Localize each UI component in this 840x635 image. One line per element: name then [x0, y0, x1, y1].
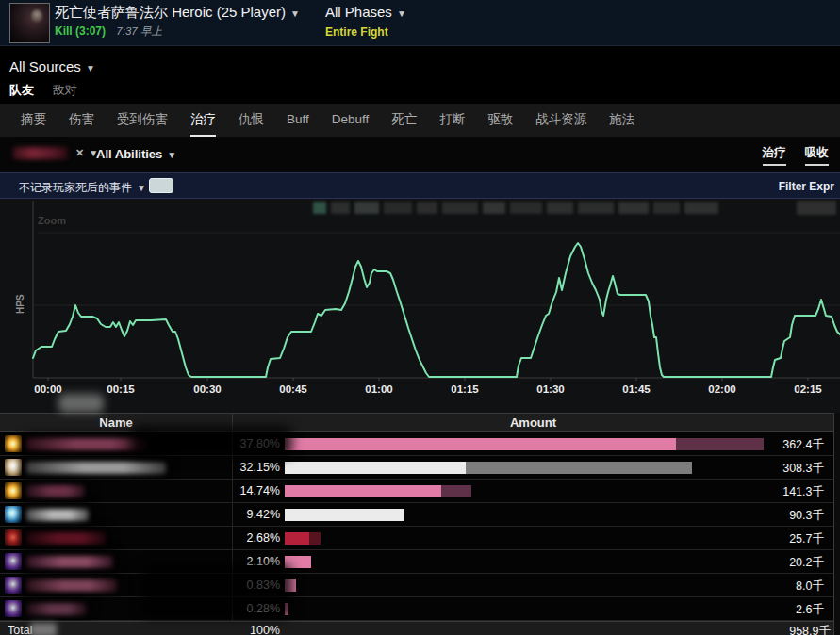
bar-effective-segment	[285, 462, 466, 474]
tab-受到伤害[interactable]: 受到伤害	[117, 104, 168, 137]
total-amount: 958.9千	[789, 624, 831, 635]
selected-player-chip[interactable]: ✕ ▼	[13, 147, 98, 159]
chevron-down-icon: ▼	[397, 8, 406, 19]
x-tick-label: 00:30	[193, 383, 221, 395]
cell-amount: 37.80%362.4千	[233, 432, 833, 455]
phase-selector[interactable]: All Phases▼	[325, 4, 406, 20]
healing-percent: 32.15%	[233, 461, 280, 474]
x-tick-label: 02:15	[794, 383, 822, 395]
report-header: 死亡使者萨鲁法尔 Heroic (25 Player)▼ Kill (3:07)…	[0, 0, 840, 46]
healing-amount: 141.3千	[782, 484, 824, 500]
hps-line-chart[interactable]: Zoom HPS 00:0000:1500:3000:4501:0001:150…	[0, 199, 840, 413]
x-tick-label: 00:15	[107, 383, 135, 395]
cell-amount: 2.10%20.2千	[233, 550, 833, 573]
close-icon[interactable]: ✕	[75, 147, 84, 159]
fight-selector[interactable]: 死亡使者萨鲁法尔 Heroic (25 Player)▼	[55, 4, 300, 22]
cell-amount: 9.42%90.3千	[233, 503, 833, 526]
table-row[interactable]: 32.15%308.3千	[0, 456, 840, 480]
table-header-row: Name Amount	[0, 413, 840, 432]
tab-仇恨[interactable]: 仇恨	[239, 104, 264, 137]
legend-item-redacted[interactable]	[510, 202, 542, 214]
kill-status-line: Kill (3:07) 7:37 早上	[55, 24, 162, 39]
chevron-down-icon: ▼	[290, 8, 300, 19]
x-tick-label: 01:15	[451, 383, 479, 395]
table-row[interactable]: 0.83%8.0千	[0, 574, 840, 597]
phase-value: Entire Fight	[325, 25, 406, 39]
warcraft-logs-healing-page: 死亡使者萨鲁法尔 Heroic (25 Player)▼ Kill (3:07)…	[0, 0, 840, 635]
tab-施法[interactable]: 施法	[609, 104, 634, 137]
cell-amount: 0.83%8.0千	[233, 574, 833, 596]
legend-item-redacted[interactable]	[417, 202, 437, 214]
bar-effective-segment	[285, 532, 309, 545]
healing-amount: 308.3千	[782, 461, 824, 477]
fight-title: 死亡使者萨鲁法尔 Heroic (25 Player)	[55, 4, 286, 20]
legend-item-redacted[interactable]	[684, 202, 718, 214]
tab-死亡[interactable]: 死亡	[391, 104, 417, 137]
tab-摘要[interactable]: 摘要	[21, 104, 46, 137]
view-tab-治疗[interactable]: 治疗	[763, 145, 786, 166]
tab-enemies[interactable]: 敌对	[53, 83, 77, 97]
healing-amount: 90.3千	[789, 508, 824, 524]
zoom-label: Zoom	[38, 215, 66, 226]
x-tick-label: 01:45	[622, 383, 651, 395]
phase-block: All Phases▼ Entire Fight	[325, 4, 406, 39]
tab-治疗[interactable]: 治疗	[190, 104, 216, 137]
redacted-player-name	[13, 147, 68, 159]
tab-战斗资源[interactable]: 战斗资源	[535, 104, 586, 137]
sources-selector[interactable]: All Sources▼	[9, 58, 95, 74]
faction-tabs: 队友 敌对	[9, 82, 77, 99]
table-row[interactable]: 37.80%362.4千	[0, 432, 840, 456]
tab-friendlies[interactable]: 队友	[9, 83, 34, 97]
kill-timestamp: 7:37 早上	[116, 25, 162, 37]
table-row[interactable]: 14.74%141.3千	[0, 480, 840, 503]
legend-item-redacted[interactable]	[547, 202, 573, 214]
cell-player-name	[0, 527, 233, 549]
cell-amount: 14.74%141.3千	[233, 480, 833, 502]
redacted-player-name	[26, 603, 87, 615]
holy-burst-icon	[4, 481, 23, 500]
healing-bar	[285, 462, 692, 474]
legend-item-redacted[interactable]	[384, 202, 412, 214]
tab-Debuff[interactable]: Debuff	[332, 104, 370, 137]
option-toggle-button[interactable]	[149, 178, 173, 193]
legend-item-redacted[interactable]	[618, 202, 649, 214]
table-row[interactable]: 2.68%25.7千	[0, 527, 840, 550]
void-hammer-icon	[4, 552, 23, 571]
x-axis-ticks: 00:0000:1500:3000:4501:0001:1501:3001:45…	[34, 378, 822, 395]
healing-amount: 20.2千	[789, 555, 824, 571]
healing-amount: 362.4千	[782, 437, 824, 453]
healing-percent: 2.68%	[233, 531, 280, 545]
table-row[interactable]: 2.10%20.2千	[0, 550, 840, 574]
tab-伤害[interactable]: 伤害	[69, 104, 94, 137]
x-tick-label: 01:30	[536, 383, 564, 395]
table-row[interactable]: 0.28%2.6千	[0, 597, 840, 621]
metric-tab-bar: 摘要伤害受到伤害治疗仇恨BuffDebuff死亡打断驱散战斗资源施法	[0, 104, 840, 137]
y-axis-label: HPS	[15, 294, 25, 314]
cell-amount: 2.68%25.7千	[233, 527, 833, 549]
legend-item-redacted[interactable]	[354, 202, 379, 214]
legend-item-redacted[interactable]	[442, 202, 478, 214]
table-row[interactable]: 9.42%90.3千	[0, 503, 840, 527]
total-percent: 100%	[233, 624, 280, 635]
tab-打断[interactable]: 打断	[439, 104, 465, 137]
legend-item-redacted[interactable]	[331, 202, 350, 214]
healing-view-tabs: 治疗吸收过	[763, 145, 840, 166]
sources-section: All Sources▼ 队友 敌对	[0, 47, 840, 104]
chevron-down-icon: ▼	[167, 150, 176, 160]
legend-item-redacted[interactable]	[313, 202, 326, 214]
filter-expression-link[interactable]: Filter Expr	[779, 180, 834, 193]
legend-item-redacted[interactable]	[653, 202, 680, 214]
legend-item-redacted[interactable]	[578, 202, 614, 214]
x-tick-label: 01:00	[365, 383, 392, 395]
abilities-selector[interactable]: All Abilities▼	[96, 147, 176, 161]
legend-item-redacted[interactable]	[483, 202, 505, 214]
column-header-amount[interactable]: Amount	[233, 414, 833, 431]
death-event-filter-dropdown[interactable]: 不记录玩家死后的事件▼	[19, 180, 146, 196]
redaction-smudge	[132, 426, 292, 458]
tab-Buff[interactable]: Buff	[287, 104, 309, 137]
redacted-player-name	[26, 485, 85, 497]
cell-amount: 0.28%2.6千	[233, 597, 833, 620]
tab-驱散[interactable]: 驱散	[487, 104, 513, 137]
view-tab-吸收[interactable]: 吸收	[805, 145, 829, 166]
boss-portrait-icon	[9, 3, 50, 43]
